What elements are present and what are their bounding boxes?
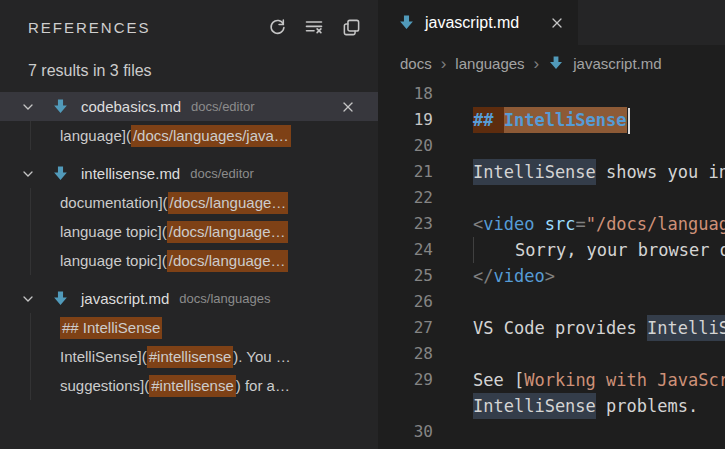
result-item[interactable]: IntelliSense](#intellisense). You …	[0, 342, 378, 371]
line-number[interactable]: 24	[378, 237, 433, 263]
line-content: VS Code provides IntelliSense	[473, 315, 725, 341]
file-group-intellisense.md[interactable]: intellisense.mddocs/editor	[0, 159, 378, 188]
line-content: ## IntelliSense	[473, 107, 630, 133]
file-group-codebasics.md[interactable]: codebasics.mddocs/editor	[0, 92, 378, 121]
code-line-26[interactable]: 26	[378, 289, 725, 315]
tab-label: javascript.md	[425, 14, 519, 32]
result-item[interactable]: language topic](/docs/language…	[0, 246, 378, 275]
line-content: IntelliSense problems.	[473, 393, 698, 419]
code-line-25[interactable]: 25</video>	[378, 263, 725, 289]
file-name: intellisense.md	[81, 165, 180, 182]
code-line-24[interactable]: 24 Sorry, your browser do	[378, 237, 725, 263]
line-content: IntelliSense shows you in	[473, 159, 725, 185]
line-number[interactable]: 22	[378, 185, 433, 211]
result-item[interactable]: documentation](/docs/language…	[0, 188, 378, 217]
tab-javascript-md[interactable]: javascript.md	[378, 0, 578, 45]
file-path: docs/editor	[191, 99, 255, 114]
close-icon[interactable]	[548, 14, 566, 32]
line-content: <video src="/docs/language	[473, 211, 725, 237]
breadcrumb-item-languages[interactable]: languages	[455, 55, 524, 72]
tab-bar: javascript.md	[378, 0, 725, 45]
code-line-23[interactable]: 23<video src="/docs/language	[378, 211, 725, 237]
line-number[interactable]: 21	[378, 159, 433, 185]
line-content: See [Working with JavaScri	[473, 367, 725, 393]
line-content: </video>	[473, 263, 555, 289]
vscode-window: REFERENCES 7 results in 3 files codebasi…	[0, 0, 725, 449]
code-line-18[interactable]: 18	[378, 81, 725, 107]
code-line-wrap[interactable]: IntelliSense problems.	[378, 393, 725, 419]
references-panel-header: REFERENCES	[0, 0, 378, 40]
file-name: codebasics.md	[81, 98, 181, 115]
breadcrumb: docs›languages›javascript.md	[378, 45, 725, 81]
refresh-button[interactable]	[266, 16, 288, 38]
file-path: docs/editor	[190, 166, 254, 181]
line-number[interactable]: 26	[378, 289, 433, 315]
line-content: Sorry, your browser do	[473, 237, 725, 263]
line-number[interactable]: 29	[378, 367, 433, 393]
text-caret	[628, 108, 630, 134]
code-line-27[interactable]: 27VS Code provides IntelliSense	[378, 315, 725, 341]
references-panel: REFERENCES 7 results in 3 files codebasi…	[0, 0, 378, 449]
line-number[interactable]	[378, 393, 433, 419]
markdown-icon	[548, 55, 564, 71]
chevron-down-icon[interactable]	[20, 99, 36, 115]
breadcrumb-item-docs[interactable]: docs	[400, 55, 432, 72]
dismiss-button[interactable]	[339, 98, 356, 115]
clear-all-button[interactable]	[303, 16, 325, 38]
result-item[interactable]: suggestions](#intellisense) for a…	[0, 371, 378, 400]
editor-group: javascript.md docs›languages›javascript.…	[378, 0, 725, 449]
code-line-30[interactable]: 30	[378, 419, 725, 445]
line-number[interactable]: 23	[378, 211, 433, 237]
result-item[interactable]: language](/docs/languages/java…	[0, 121, 378, 150]
code-editor[interactable]: 1819## IntelliSense2021IntelliSense show…	[378, 81, 725, 449]
panel-actions	[266, 16, 362, 38]
code-line-20[interactable]: 20	[378, 133, 725, 159]
panel-title: REFERENCES	[28, 19, 151, 36]
file-path: docs/languages	[179, 291, 270, 306]
line-number[interactable]: 20	[378, 133, 433, 159]
result-item[interactable]: language topic](/docs/language…	[0, 217, 378, 246]
chevron-down-icon[interactable]	[20, 166, 36, 182]
line-number[interactable]: 19	[378, 107, 433, 133]
code-line-29[interactable]: 29See [Working with JavaScri	[378, 367, 725, 393]
copy-all-icon	[342, 18, 361, 37]
file-name: javascript.md	[81, 290, 169, 307]
code-line-19[interactable]: 19## IntelliSense	[378, 107, 725, 133]
refresh-icon	[268, 18, 287, 37]
chevron-right-icon: ›	[441, 55, 447, 72]
code-line-28[interactable]: 28	[378, 341, 725, 367]
result-item[interactable]: ## IntelliSense	[0, 313, 378, 342]
code-line-22[interactable]: 22	[378, 185, 725, 211]
line-number[interactable]: 18	[378, 81, 433, 107]
line-number[interactable]: 30	[378, 419, 433, 445]
markdown-icon	[52, 165, 69, 182]
chevron-down-icon[interactable]	[20, 291, 36, 307]
markdown-icon	[52, 98, 69, 115]
breadcrumb-item-file[interactable]: javascript.md	[573, 55, 661, 72]
line-number[interactable]: 25	[378, 263, 433, 289]
markdown-icon	[52, 290, 69, 307]
results-summary: 7 results in 3 files	[28, 62, 378, 80]
line-number[interactable]: 27	[378, 315, 433, 341]
file-group-javascript.md[interactable]: javascript.mddocs/languages	[0, 284, 378, 313]
markdown-icon	[398, 14, 415, 31]
copy-all-button[interactable]	[340, 16, 362, 38]
results-tree: codebasics.mddocs/editorlanguage](/docs/…	[0, 92, 378, 400]
clear-all-icon	[304, 17, 324, 37]
chevron-right-icon: ›	[534, 55, 540, 72]
line-number[interactable]: 28	[378, 341, 433, 367]
code-line-21[interactable]: 21IntelliSense shows you in	[378, 159, 725, 185]
